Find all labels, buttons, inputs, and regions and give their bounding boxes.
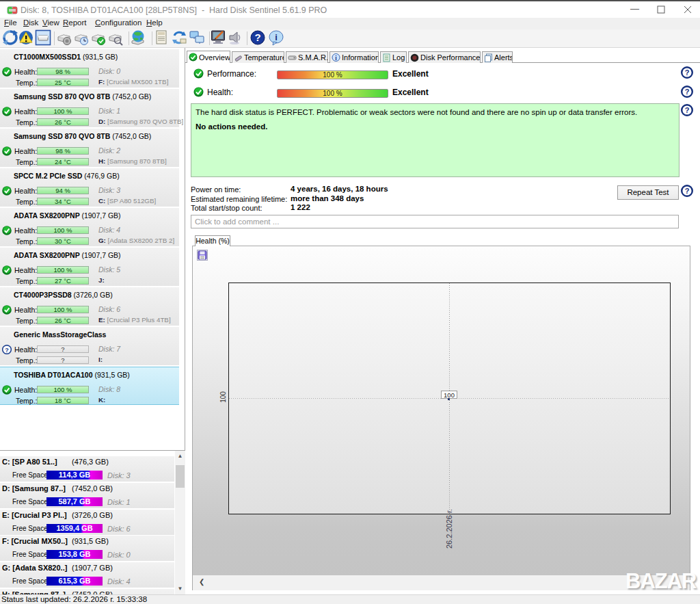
svg-text:?: ?	[685, 68, 690, 77]
svg-text:?: ?	[685, 187, 690, 195]
svg-text:?: ?	[685, 88, 690, 96]
svg-text:?: ?	[5, 347, 9, 354]
svg-text:i: i	[275, 32, 278, 42]
svg-text:?: ?	[254, 31, 260, 43]
svg-text:i: i	[335, 55, 337, 62]
svg-text:?: ?	[685, 106, 690, 114]
